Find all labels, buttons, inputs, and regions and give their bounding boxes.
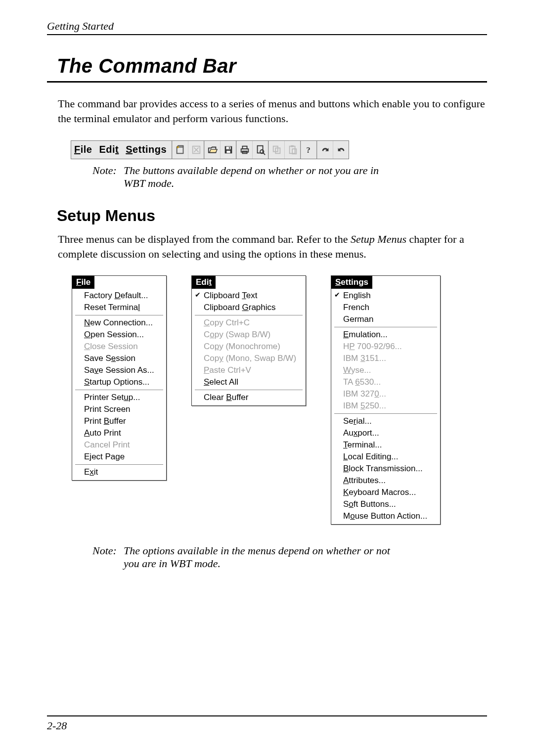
menus-figure: File Factory Default...Reset TerminalNew…	[72, 275, 487, 525]
settings-menu-item[interactable]: Soft Buttons...	[331, 498, 440, 510]
svg-line-14	[263, 153, 265, 155]
undo-icon[interactable]	[333, 141, 349, 159]
edit-menu-title: Edit	[192, 276, 216, 289]
settings-menu-item[interactable]: Attributes...	[331, 475, 440, 487]
menubar-edit[interactable]: Edit	[99, 144, 119, 155]
toolbar-group-5: ?	[301, 141, 316, 159]
edit-menu-item: Copy (Swap B/W)	[192, 329, 306, 341]
file-menu-item[interactable]: Factory Default...	[72, 290, 166, 302]
settings-menu-item[interactable]: Local Editing...	[331, 451, 440, 463]
edit-menu: Edit Clipboard TextClipboard GraphicsCop…	[191, 275, 306, 406]
help-icon[interactable]: ?	[301, 141, 316, 159]
edit-menu-item: Copy Ctrl+C	[192, 317, 306, 329]
edit-menu-item: Copy (Monochrome)	[192, 341, 306, 353]
file-menu-item[interactable]: New Connection...	[72, 317, 166, 329]
page-footer: 2-28	[47, 715, 487, 732]
note-1-label: Note:	[92, 164, 117, 190]
file-menu-title: File	[72, 276, 94, 289]
svg-rect-10	[242, 146, 247, 149]
settings-menu-item: IBM 5250...	[331, 400, 440, 412]
command-bar-menus: File Edit Settings	[71, 141, 172, 159]
menu-separator	[75, 390, 163, 390]
new-session-icon[interactable]: ✦	[172, 141, 188, 159]
note-2: Note: The options available in the menus…	[92, 544, 487, 570]
settings-menu: Settings EnglishFrenchGermanEmulation...…	[331, 275, 441, 525]
running-header: Getting Started	[47, 20, 487, 35]
settings-menu-item[interactable]: Keyboard Macros...	[331, 487, 440, 498]
print-preview-icon[interactable]	[252, 141, 268, 159]
close-session-icon[interactable]	[188, 141, 204, 159]
print-icon[interactable]	[236, 141, 252, 159]
file-menu-item[interactable]: Reset Terminal	[72, 302, 166, 313]
menubar-file[interactable]: File	[74, 144, 92, 155]
settings-menu-item: TA 6530...	[331, 376, 440, 388]
edit-menu-item[interactable]: Clear Buffer	[192, 392, 306, 403]
menu-separator	[75, 464, 163, 465]
settings-menu-item[interactable]: Serial...	[331, 415, 440, 427]
file-menu-item[interactable]: Exit	[72, 466, 166, 478]
edit-menu-item[interactable]: Select All	[192, 376, 306, 388]
toolbar-group-6	[317, 141, 349, 159]
settings-menu-item[interactable]: Block Transmission...	[331, 463, 440, 475]
settings-menu-item[interactable]: Auxport...	[331, 427, 440, 439]
svg-rect-8	[229, 147, 230, 149]
open-icon[interactable]	[204, 141, 220, 159]
toolbar-group-3	[236, 141, 268, 159]
settings-menu-item: IBM 3270...	[331, 388, 440, 400]
footer-rule	[47, 715, 487, 716]
settings-menu-item[interactable]: French	[331, 302, 440, 313]
paste-icon[interactable]	[284, 141, 300, 159]
command-bar: File Edit Settings ✦ ?	[71, 140, 349, 159]
note-2-text: The options available in the menus depen…	[124, 544, 400, 570]
file-menu-item[interactable]: Save Session As...	[72, 364, 166, 376]
svg-rect-18	[291, 145, 294, 147]
file-menu-item[interactable]: Open Session...	[72, 329, 166, 341]
section-paragraph: Three menus can be displayed from the co…	[58, 232, 487, 262]
menu-separator	[195, 390, 303, 390]
settings-menu-item[interactable]: Emulation...	[331, 329, 440, 341]
edit-menu-item: Paste Ctrl+V	[192, 364, 306, 376]
menubar-settings[interactable]: Settings	[126, 144, 167, 155]
menu-separator	[75, 315, 163, 315]
note-2-label: Note:	[92, 544, 117, 570]
page-title: The Command Bar	[57, 55, 487, 77]
settings-menu-title: Settings	[331, 276, 372, 289]
file-menu-item: Close Session	[72, 341, 166, 353]
note-1-text: The buttons available depend on whether …	[124, 164, 400, 190]
intro-paragraph: The command bar provides access to a ser…	[58, 96, 487, 127]
file-menu-item[interactable]: Print Buffer	[72, 415, 166, 427]
file-menu-item[interactable]: Eject Page	[72, 451, 166, 463]
menu-separator	[334, 327, 437, 327]
toolbar-group-1: ✦	[172, 141, 204, 159]
svg-rect-7	[226, 151, 230, 153]
title-rule	[47, 81, 487, 83]
file-menu-item[interactable]: Save Session	[72, 353, 166, 364]
file-menu-item: Cancel Print	[72, 439, 166, 451]
edit-menu-item[interactable]: Clipboard Graphics	[192, 302, 306, 313]
settings-menu-item[interactable]: Mouse Button Action...	[331, 510, 440, 522]
edit-menu-item: Copy (Mono, Swap B/W)	[192, 353, 306, 364]
toolbar-group-2	[204, 141, 236, 159]
toolbar-group-4	[268, 141, 300, 159]
settings-menu-item: HP 700-92/96...	[331, 341, 440, 353]
section-title: Setup Menus	[57, 207, 487, 225]
settings-menu-item[interactable]: English	[331, 290, 440, 302]
page-number: 2-28	[47, 719, 487, 732]
settings-menu-item[interactable]: German	[331, 313, 440, 325]
file-menu: File Factory Default...Reset TerminalNew…	[72, 275, 167, 481]
redo-icon[interactable]	[317, 141, 333, 159]
edit-menu-item[interactable]: Clipboard Text	[192, 290, 306, 302]
file-menu-item[interactable]: Auto Print	[72, 427, 166, 439]
copy-icon[interactable]	[268, 141, 284, 159]
save-icon[interactable]	[220, 141, 236, 159]
settings-menu-item: IBM 3151...	[331, 353, 440, 364]
menu-separator	[195, 315, 303, 315]
file-menu-item[interactable]: Printer Setup...	[72, 392, 166, 403]
settings-menu-item[interactable]: Terminal...	[331, 439, 440, 451]
file-menu-item[interactable]: Print Screen	[72, 403, 166, 415]
svg-text:✦: ✦	[176, 145, 180, 150]
svg-text:?: ?	[306, 145, 310, 154]
note-1: Note: The buttons available depend on wh…	[92, 164, 487, 190]
svg-rect-6	[226, 146, 230, 149]
file-menu-item[interactable]: Startup Options...	[72, 376, 166, 388]
